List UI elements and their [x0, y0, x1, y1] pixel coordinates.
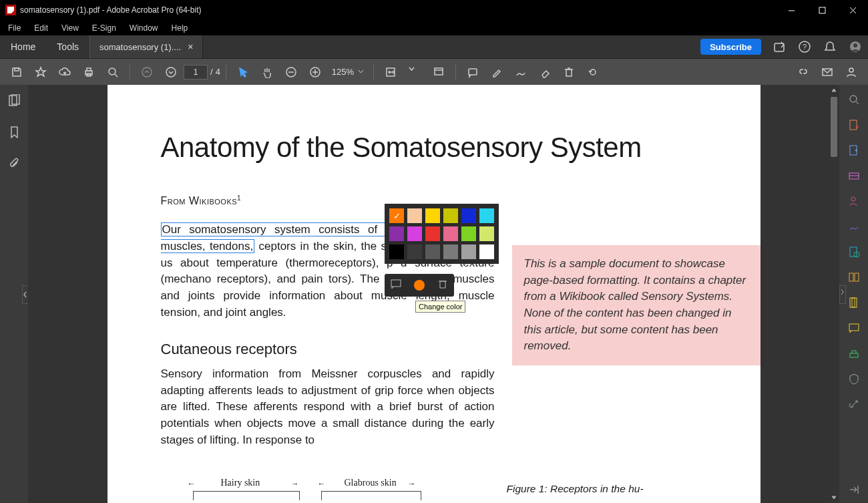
color-swatch[interactable] [389, 244, 404, 259]
minimize-button[interactable] [776, 0, 807, 20]
thumbnails-icon[interactable] [8, 94, 21, 110]
acrobat-app-icon [5, 5, 16, 15]
color-swatch[interactable] [479, 208, 494, 223]
toolbar: / 4 125% [0, 59, 868, 85]
rotate-left-icon[interactable] [582, 61, 604, 83]
draw-icon[interactable] [509, 61, 532, 83]
page-total: 4 [216, 67, 220, 77]
notifications-icon[interactable] [817, 35, 843, 58]
color-swatch[interactable] [407, 244, 422, 259]
close-window-button[interactable] [837, 0, 868, 20]
compress-icon[interactable] [847, 296, 861, 309]
fill-sign-icon[interactable] [847, 220, 861, 233]
svg-point-16 [166, 67, 176, 77]
find-icon[interactable] [101, 61, 124, 83]
page-number-input[interactable] [184, 65, 208, 79]
menu-help[interactable]: Help [166, 21, 194, 35]
zoom-in-icon[interactable] [304, 61, 327, 83]
menu-window[interactable]: Window [124, 21, 164, 35]
scroll-up-icon[interactable] [829, 85, 839, 96]
color-swatch[interactable] [389, 208, 404, 223]
star-icon[interactable] [29, 61, 52, 83]
expand-right-panel[interactable] [839, 285, 846, 304]
menu-edit[interactable]: Edit [29, 21, 53, 35]
svg-rect-46 [849, 324, 859, 331]
pointer-icon[interactable] [232, 61, 254, 83]
organize-pages-icon[interactable] [847, 271, 861, 284]
mini-delete-icon[interactable] [437, 278, 449, 293]
doc-paragraph-2: Sensory information from Meissner corpus… [161, 366, 495, 448]
export-pdf-icon[interactable] [847, 144, 861, 157]
fit-width-icon[interactable] [379, 61, 402, 83]
color-swatch[interactable] [461, 208, 476, 223]
zoom-out-icon[interactable] [280, 61, 302, 83]
help-icon[interactable]: ? [792, 35, 817, 58]
mini-color-button[interactable] [414, 280, 425, 291]
share-people-icon[interactable] [840, 61, 863, 83]
erase-icon[interactable] [533, 61, 556, 83]
svg-point-39 [851, 197, 855, 201]
tab-document[interactable]: somatosensory (1).... × [89, 35, 203, 58]
svg-rect-47 [850, 353, 858, 357]
vertical-scrollbar[interactable] [829, 85, 839, 503]
menu-file[interactable]: File [3, 21, 26, 35]
tab-tools[interactable]: Tools [46, 35, 89, 58]
color-swatch[interactable] [461, 226, 476, 241]
share-app-icon[interactable] [767, 35, 792, 58]
color-row [389, 208, 494, 223]
combine-files-icon[interactable] [847, 245, 861, 259]
menu-esign[interactable]: E-Sign [87, 21, 122, 35]
zoom-select[interactable]: 125% [328, 67, 368, 77]
color-swatch[interactable] [443, 244, 458, 259]
color-swatch[interactable] [407, 226, 422, 241]
scroll-down-icon[interactable] [829, 492, 839, 503]
color-swatch[interactable] [389, 226, 404, 241]
search-tool-icon[interactable] [847, 93, 861, 106]
color-swatch[interactable] [425, 244, 440, 259]
tab-close-icon[interactable]: × [188, 41, 193, 52]
page-down-icon[interactable] [160, 61, 182, 83]
svg-rect-45 [852, 298, 855, 307]
edit-pdf-icon[interactable] [847, 169, 861, 182]
color-swatch[interactable] [461, 244, 476, 259]
color-swatch[interactable] [425, 208, 440, 223]
add-comment-icon[interactable] [847, 321, 861, 335]
fit-dropdown-icon[interactable] [403, 61, 426, 83]
collapse-tools-icon[interactable] [847, 483, 861, 496]
menu-view[interactable]: View [56, 21, 84, 35]
link-icon[interactable] [792, 61, 815, 83]
tab-home[interactable]: Home [0, 35, 46, 58]
subscribe-button[interactable]: Subscribe [700, 39, 761, 55]
email-icon[interactable] [816, 61, 839, 83]
color-swatch[interactable] [479, 226, 494, 241]
attachments-icon[interactable] [8, 157, 21, 172]
chevron-down-icon [358, 69, 364, 75]
color-swatch[interactable] [443, 226, 458, 241]
color-picker-popup[interactable] [385, 204, 499, 264]
profile-icon[interactable] [843, 35, 868, 58]
protect-icon[interactable] [847, 372, 861, 385]
cloud-upload-icon[interactable] [53, 61, 76, 83]
color-swatch[interactable] [425, 226, 440, 241]
bookmarks-icon[interactable] [8, 126, 21, 141]
page-up-icon[interactable] [136, 61, 158, 83]
tooltip-change-color: Change color [415, 301, 465, 313]
comment-icon[interactable] [461, 61, 484, 83]
color-swatch[interactable] [479, 244, 494, 259]
maximize-button[interactable] [807, 0, 837, 20]
save-icon[interactable] [5, 61, 28, 83]
print-icon[interactable] [77, 61, 100, 83]
color-swatch[interactable] [443, 208, 458, 223]
delete-icon[interactable] [558, 61, 580, 83]
stamp-icon[interactable] [847, 347, 861, 360]
highlight-icon[interactable] [485, 61, 508, 83]
svg-point-8 [853, 43, 857, 47]
create-pdf-icon[interactable] [847, 118, 861, 132]
request-signatures-icon[interactable] [847, 194, 861, 208]
hand-icon[interactable] [256, 61, 278, 83]
more-tools-icon[interactable] [847, 397, 861, 411]
color-swatch[interactable] [407, 208, 422, 223]
annotation-mini-toolbar [385, 274, 454, 297]
read-mode-icon[interactable] [427, 61, 450, 83]
mini-comment-icon[interactable] [390, 278, 402, 293]
